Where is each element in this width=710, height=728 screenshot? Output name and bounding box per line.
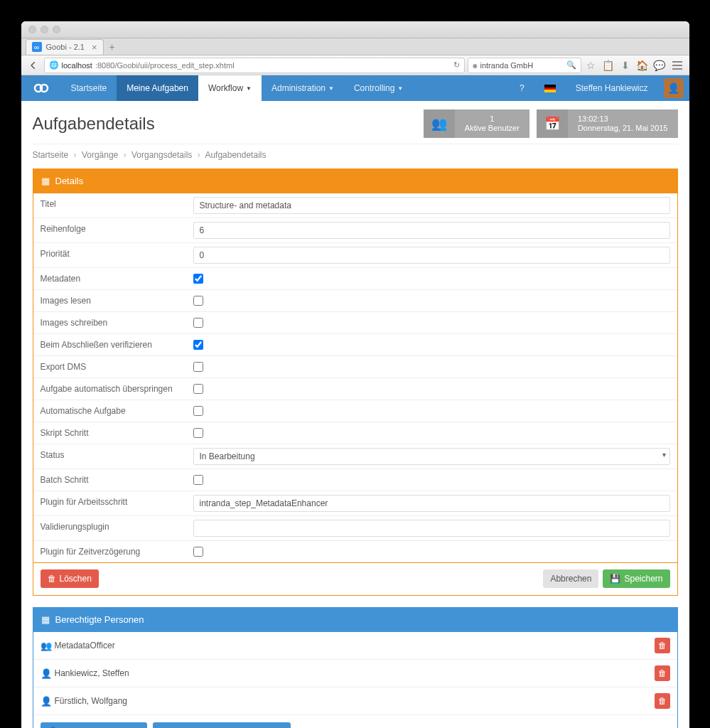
details-panel: ▦ Details Titel Reihenfolge Priorität Me…: [33, 168, 678, 596]
checkbox-auto-skip[interactable]: [193, 384, 203, 394]
active-users-count: 1: [465, 114, 520, 124]
trash-icon: 🗑: [658, 641, 667, 651]
label-auto-task: Automatische Aufgabe: [33, 400, 193, 422]
save-icon: 💾: [610, 574, 620, 584]
person-row: 👤Fürstlich, Wolfgang🗑: [33, 687, 677, 715]
label-export: Export DMS: [33, 356, 193, 378]
person-row: 👥MetadataOfficer🗑: [33, 632, 677, 660]
checkbox-batch[interactable]: [193, 475, 203, 485]
person-icon: 👤: [41, 696, 55, 707]
chevron-down-icon: ▼: [328, 85, 334, 92]
input-priority[interactable]: [193, 247, 670, 264]
checkbox-verify[interactable]: [193, 340, 203, 350]
nav-my-tasks[interactable]: Meine Aufgaben: [117, 75, 198, 101]
trash-icon: 🗑: [658, 696, 667, 706]
zoom-window[interactable]: [53, 26, 60, 33]
checkbox-script[interactable]: [193, 428, 203, 438]
favicon-icon: ∞: [32, 42, 42, 52]
input-valid-plugin[interactable]: [193, 520, 670, 537]
input-title[interactable]: [193, 197, 670, 214]
checkbox-images-write[interactable]: [193, 318, 203, 328]
checkbox-metadata[interactable]: [193, 274, 203, 284]
remove-person-button[interactable]: 🗑: [655, 638, 670, 653]
bookmark-icon[interactable]: ☆: [584, 58, 598, 73]
label-plugin-step: Plugin für Arbeitsschritt: [33, 491, 193, 515]
avatar-icon: 👤: [664, 78, 684, 98]
person-name: Hankiewicz, Steffen: [55, 668, 655, 678]
checkbox-images-read[interactable]: [193, 296, 203, 306]
user-name[interactable]: Steffen Hankiewicz: [566, 83, 658, 93]
label-images-write: Images schreiben: [33, 312, 193, 333]
chat-icon[interactable]: 💬: [652, 58, 667, 73]
table-icon: ▦: [41, 614, 50, 625]
remove-person-button[interactable]: 🗑: [655, 665, 670, 681]
add-user-button[interactable]: 👤Benutzer hinzufügen: [41, 722, 147, 728]
window-controls: [28, 26, 60, 33]
url-field[interactable]: 🌐 localhost:8080/Goobi/uii/process_edit_…: [44, 58, 465, 73]
crumb-process-details[interactable]: Vorgangsdetails: [131, 150, 192, 160]
person-row: 👤Hankiewicz, Steffen🗑: [33, 660, 677, 687]
input-plugin-step[interactable]: [193, 495, 670, 512]
search-field[interactable]: ⎈ intranda GmbH 🔍: [468, 58, 581, 73]
checkbox-delay-plugin[interactable]: [193, 547, 203, 557]
save-button[interactable]: 💾Speichern: [603, 569, 669, 588]
details-heading: Details: [55, 176, 84, 186]
chevron-down-icon: ▼: [246, 85, 252, 92]
browser-tab[interactable]: ∞ Goobi - 2.1 ×: [26, 39, 104, 55]
flag-de-icon: [544, 85, 556, 92]
calendar-icon: 📅: [537, 109, 568, 138]
search-engine-icon: ⎈: [473, 61, 478, 70]
remove-person-button[interactable]: 🗑: [655, 693, 670, 709]
label-delay-plugin: Plugin für Zeitverzögerung: [33, 541, 193, 562]
crumb-current: Aufgabendetails: [205, 150, 266, 160]
checkbox-export[interactable]: [193, 362, 203, 372]
checkbox-auto-task[interactable]: [193, 406, 203, 416]
user-avatar[interactable]: 👤: [658, 75, 689, 101]
close-tab-icon[interactable]: ×: [92, 42, 97, 53]
chevron-down-icon: ▼: [397, 85, 403, 92]
new-tab-button[interactable]: +: [109, 41, 115, 53]
url-host: localhost: [62, 61, 92, 70]
trash-icon: 🗑: [658, 668, 667, 678]
active-users-box: 👥 1 Aktive Benutzer: [424, 109, 529, 138]
menu-button[interactable]: [669, 59, 685, 72]
nav-home[interactable]: Startseite: [61, 75, 117, 101]
select-status[interactable]: In Bearbeitung: [193, 448, 670, 465]
clipboard-icon[interactable]: 📋: [601, 58, 615, 73]
page-title: Aufgabendetails: [33, 114, 155, 134]
brand-logo[interactable]: [21, 75, 61, 101]
search-value: intranda GmbH: [480, 61, 534, 70]
breadcrumb: Startseite › Vorgänge › Vorgangsdetails …: [33, 150, 678, 160]
table-icon: ▦: [41, 176, 50, 186]
home-icon[interactable]: 🏠: [635, 58, 650, 73]
users-icon: 👥: [424, 109, 455, 138]
person-icon: 👤: [41, 668, 55, 679]
cancel-button[interactable]: Abbrechen: [543, 569, 598, 588]
close-window[interactable]: [28, 26, 36, 33]
delete-button[interactable]: 🗑Löschen: [41, 569, 99, 588]
current-time: 13:02:13: [578, 114, 668, 124]
nav-controlling[interactable]: Controlling ▼: [344, 75, 413, 101]
search-icon: 🔍: [566, 60, 576, 70]
person-name: MetadataOfficer: [55, 641, 655, 651]
trash-icon: 🗑: [48, 574, 56, 584]
nav-workflow[interactable]: Workflow ▼: [198, 75, 262, 101]
current-date: Donnerstag, 21. Mai 2015: [578, 124, 668, 133]
person-name: Fürstlich, Wolfgang: [55, 696, 655, 706]
nav-admin[interactable]: Administration ▼: [262, 75, 344, 101]
crumb-home[interactable]: Startseite: [33, 150, 69, 160]
persons-heading: Berechtigte Personen: [55, 614, 144, 625]
downloads-icon[interactable]: ⬇: [618, 58, 633, 73]
date-time-box: 📅 13:02:13 Donnerstag, 21. Mai 2015: [537, 109, 678, 138]
reload-icon[interactable]: ↻: [453, 60, 460, 70]
label-order: Reihenfolge: [33, 218, 193, 242]
add-group-button[interactable]: 👥Benutzergruppen hinzufügen: [153, 722, 291, 728]
label-metadata: Metadaten: [33, 268, 193, 289]
back-button[interactable]: [26, 58, 41, 73]
crumb-processes[interactable]: Vorgänge: [82, 150, 118, 160]
label-verify: Beim Abschließen verifizieren: [33, 334, 193, 355]
minimize-window[interactable]: [41, 26, 48, 33]
language-flag[interactable]: [534, 85, 566, 92]
help-button[interactable]: ?: [510, 83, 534, 93]
input-order[interactable]: [193, 222, 670, 239]
